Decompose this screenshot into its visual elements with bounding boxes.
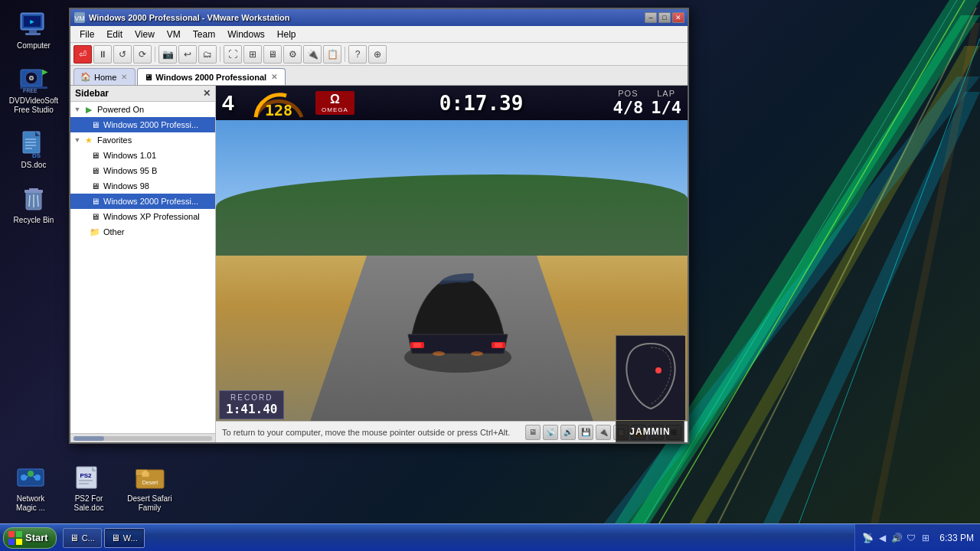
dsdoc-icon[interactable]: DS DS.doc: [3, 126, 64, 173]
tab-home[interactable]: 🏠 Home ✕: [74, 68, 136, 85]
svg-point-37: [21, 474, 27, 481]
powered-on-item[interactable]: ▼ ▶ Powered On: [70, 102, 215, 117]
sidebar-close-button[interactable]: ✕: [203, 88, 211, 99]
vm-win2k-item[interactable]: 🖥 Windows 2000 Professi...: [70, 117, 215, 132]
taskbar: Start 🖥 C... 🖥 W... 📡 ◀ 🔊 🛡 ⊞ 6:33 PM: [0, 523, 980, 551]
desktop-icon-column: ▶ Computer ▶ FREE DVDVideoSoft Free Stud…: [0, 0, 67, 234]
main-content: Sidebar ✕ ▼ ▶ Powered On 🖥 Windows 2000 …: [70, 86, 688, 442]
network-magic-icon[interactable]: Network Magic ...: [5, 459, 57, 516]
fav-win98-icon: 🖥: [89, 180, 101, 192]
fav-win95-icon: 🖥: [89, 165, 101, 177]
minimize-button[interactable]: –: [645, 12, 657, 23]
computer-icon[interactable]: ▶ Computer: [3, 6, 64, 54]
connect-btn[interactable]: 🔌: [303, 45, 322, 64]
fav-win95-label: Windows 95 B: [103, 166, 157, 175]
menu-file[interactable]: File: [74, 28, 100, 41]
desert-safari-icon[interactable]: Desert Desert Safari Family: [121, 459, 178, 516]
menu-team[interactable]: Team: [187, 28, 221, 41]
fav-win95[interactable]: 🖥 Windows 95 B: [70, 163, 215, 178]
revert-btn[interactable]: ↩: [178, 45, 197, 64]
status-icon-4[interactable]: 💾: [578, 425, 593, 440]
fit-btn[interactable]: ⊞: [243, 45, 262, 64]
title-bar[interactable]: VM Windows 2000 Professional - VMware Wo…: [70, 9, 688, 26]
help-btn[interactable]: ?: [348, 45, 367, 64]
status-icon-5[interactable]: 🔌: [596, 425, 611, 440]
ps2-icon[interactable]: PS2 PS2 For Sale.doc: [63, 459, 115, 516]
tray-network[interactable]: 📡: [861, 532, 874, 544]
menu-view[interactable]: View: [129, 28, 161, 41]
dvdvideo-icon-label: DVDVideoSoft Free Studio: [6, 96, 61, 115]
status-icon-1[interactable]: 🖥: [525, 425, 541, 440]
sep3: [345, 47, 345, 62]
settings-btn[interactable]: ⚙: [283, 45, 302, 64]
pos-value: 4/8: [613, 98, 644, 117]
sidebar-title: Sidebar: [75, 88, 109, 99]
tray-arrow[interactable]: ◀: [876, 532, 888, 544]
svg-line-8: [704, 8, 976, 551]
usb-btn[interactable]: 📋: [323, 45, 341, 64]
extra-btn[interactable]: ⊕: [368, 45, 387, 64]
window-controls: – □ ✕: [645, 12, 684, 23]
tray-vm2[interactable]: ⊞: [920, 532, 932, 544]
hud-position-number: 4: [222, 91, 245, 116]
start-button[interactable]: Start: [3, 527, 57, 549]
fav-win98[interactable]: 🖥 Windows 98: [70, 178, 215, 194]
svg-rect-60: [495, 343, 502, 347]
tree-arrow-favorites: ▼: [74, 136, 81, 144]
svg-rect-12: [29, 30, 37, 33]
fullscreen-btn[interactable]: ⛶: [224, 45, 242, 64]
sidebar-scroll[interactable]: ▼ ▶ Powered On 🖥 Windows 2000 Professi..…: [70, 102, 215, 433]
close-button[interactable]: ✕: [672, 12, 684, 23]
tab-home-label: Home: [94, 73, 116, 82]
snapshot-manager-btn[interactable]: 🗂: [198, 45, 217, 64]
sidebar-header: Sidebar ✕: [70, 86, 215, 102]
omega-symbol: Ω: [330, 93, 340, 106]
powered-on-label: Powered On: [97, 105, 144, 114]
tab-home-icon: 🏠: [80, 72, 91, 82]
svg-text:PS2: PS2: [80, 472, 92, 479]
vm-icon: 🖥: [89, 119, 101, 131]
restart-btn[interactable]: ↺: [113, 45, 132, 64]
cmd-icon: 🖥: [70, 533, 79, 543]
maximize-button[interactable]: □: [658, 12, 671, 23]
record-time: 1:41.40: [226, 402, 277, 416]
menu-bar: File Edit View VM Team Windows Help: [70, 26, 688, 43]
tab-home-close[interactable]: ✕: [119, 73, 129, 81]
svg-line-35: [38, 195, 38, 207]
tab-win2k-close[interactable]: ✕: [270, 73, 279, 81]
status-icon-2[interactable]: 📡: [543, 425, 558, 440]
suspend-btn[interactable]: ⏸: [93, 45, 112, 64]
tray-speaker[interactable]: 🔊: [890, 532, 903, 544]
taskbar-cmd[interactable]: 🖥 C...: [63, 528, 102, 548]
svg-text:Desert: Desert: [142, 480, 158, 485]
menu-edit[interactable]: Edit: [100, 28, 129, 41]
status-icon-3[interactable]: 🔊: [560, 425, 576, 440]
tray-security[interactable]: 🛡: [905, 532, 917, 544]
vmware-app-icon: VM: [74, 11, 86, 24]
reset-btn[interactable]: ⟳: [133, 45, 152, 64]
svg-text:▶: ▶: [42, 67, 48, 76]
svg-point-61: [433, 351, 445, 356]
fav-win101[interactable]: 🖥 Windows 1.01: [70, 148, 215, 163]
power-on-btn[interactable]: ⏎: [74, 45, 92, 64]
hud-lap: LAP 1/4: [651, 89, 681, 117]
fav-winxp[interactable]: 🖥 Windows XP Professional: [70, 209, 215, 224]
fav-other[interactable]: 📁 Other: [70, 224, 215, 240]
svg-rect-65: [8, 531, 15, 537]
game-area[interactable]: 4 128 Ω OMEGA 0:: [216, 86, 688, 442]
system-tray: 📡 ◀ 🔊 🛡 ⊞ 6:33 PM: [854, 524, 980, 551]
menu-help[interactable]: Help: [271, 28, 302, 41]
menu-vm[interactable]: VM: [161, 28, 187, 41]
recycle-bin-icon[interactable]: Recycle Bin: [3, 181, 64, 228]
tab-win2k[interactable]: 🖥 Windows 2000 Professional ✕: [137, 68, 286, 85]
sep1: [155, 47, 155, 62]
taskbar-vmware[interactable]: 🖥 W...: [104, 528, 145, 548]
win-btn[interactable]: 🖥: [263, 45, 282, 64]
menu-windows[interactable]: Windows: [221, 28, 271, 41]
svg-line-33: [29, 195, 30, 207]
dvdvideo-icon[interactable]: ▶ FREE DVDVideoSoft Free Studio: [3, 61, 64, 118]
fav-win2k[interactable]: 🖥 Windows 2000 Professi...: [70, 194, 215, 209]
favorites-item[interactable]: ▼ ★ Favorites: [70, 132, 215, 148]
sidebar-scrollbar[interactable]: [70, 433, 215, 442]
snapshot-btn[interactable]: 📷: [158, 45, 177, 64]
